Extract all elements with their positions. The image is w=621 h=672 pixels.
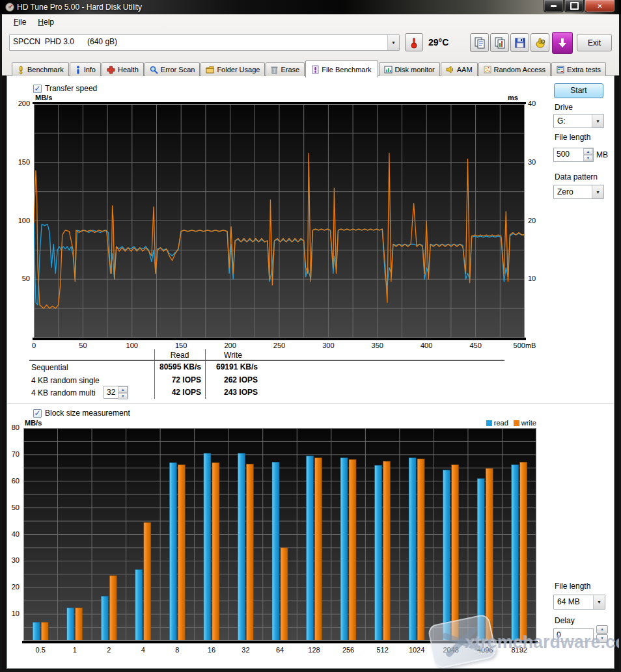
info-icon xyxy=(75,66,81,74)
checkmark-icon: ✓ xyxy=(34,409,40,418)
minimize-button[interactable] xyxy=(544,0,564,12)
tab-label: Error Scan xyxy=(161,66,195,74)
spin-up-icon[interactable]: ▲ xyxy=(583,148,593,155)
tab-info[interactable]: Info xyxy=(70,62,101,76)
magnifier-icon xyxy=(150,66,158,74)
queue-depth-value: 32 xyxy=(104,386,118,398)
app-window: HD Tune Pro 5.00 - Hard Disk Utility ✕ F… xyxy=(0,0,621,672)
options-button[interactable] xyxy=(531,33,549,52)
x-category-label: 2 xyxy=(93,646,124,654)
block-size-label: Block size measurement xyxy=(45,409,130,418)
chevron-down-icon: ▼ xyxy=(592,185,603,198)
legend-write: write xyxy=(514,419,536,427)
y-left-tick: 50 xyxy=(12,275,30,282)
tab-aam[interactable]: AAM xyxy=(441,62,478,76)
tab-label: AAM xyxy=(457,66,473,74)
save-button[interactable] xyxy=(510,33,529,52)
menu-file[interactable]: File xyxy=(8,16,32,29)
tab-erase[interactable]: Erase xyxy=(266,62,305,76)
row-random-single-read: 72 IOPS xyxy=(154,375,201,384)
tab-error-scan[interactable]: Error Scan xyxy=(145,62,200,76)
start-button[interactable]: Start xyxy=(554,83,603,98)
x-category-label: 1 xyxy=(59,646,90,654)
spin-up-icon[interactable]: ▲ xyxy=(596,625,608,634)
tab-folder-usage[interactable]: Folder Usage xyxy=(200,62,265,76)
speaker-icon xyxy=(446,66,454,74)
y-tick: 10 xyxy=(3,610,20,617)
delay-spinner: ▲ ▼ xyxy=(596,625,608,643)
spin-down-icon[interactable]: ▼ xyxy=(596,634,608,643)
spin-buttons: ▲ ▼ xyxy=(583,148,593,161)
x-category-label: 4 xyxy=(128,646,159,654)
maximize-button[interactable] xyxy=(564,0,584,12)
app-icon xyxy=(5,2,15,12)
minimize-icon xyxy=(551,5,557,7)
table-divider xyxy=(205,349,206,399)
close-button[interactable]: ✕ xyxy=(585,0,615,12)
axis-band xyxy=(33,338,526,340)
x-category-label: 256 xyxy=(333,646,364,654)
file-length-label: File length xyxy=(555,133,590,142)
thermometer-icon xyxy=(410,36,418,49)
spin-down-icon[interactable]: ▼ xyxy=(118,393,128,399)
tab-label: File Benchmark xyxy=(322,66,371,74)
drive-combo[interactable]: G: ▼ xyxy=(553,114,604,128)
tab-disk-monitor[interactable]: Disk monitor xyxy=(379,62,440,76)
queue-depth-spinner[interactable]: 32 ▲ ▼ xyxy=(104,386,128,399)
drive-value: G: xyxy=(554,114,592,128)
checkmark-icon: ✓ xyxy=(34,84,40,93)
close-icon: ✕ xyxy=(597,3,602,10)
file-length2-label: File length xyxy=(555,582,590,591)
x-tick: 350 xyxy=(361,342,394,349)
copy-image-button[interactable] xyxy=(490,33,509,52)
transfer-speed-checkbox[interactable]: ✓ xyxy=(33,85,42,93)
row-random-single-write: 262 IOPS xyxy=(208,375,258,384)
x-category-label: 64 xyxy=(264,646,296,654)
x-tick: 450 xyxy=(460,342,492,349)
y-tick: 20 xyxy=(3,583,20,591)
benchmark-icon xyxy=(17,66,25,74)
y-left-tick: 100 xyxy=(12,217,30,224)
y-right-tick: 20 xyxy=(528,217,547,224)
menu-help[interactable]: Help xyxy=(32,16,60,29)
x-tick: 50 xyxy=(66,342,99,349)
axis-band xyxy=(22,641,538,643)
tab-extra-tests[interactable]: Extra tests xyxy=(551,62,606,76)
y-tick: 60 xyxy=(3,477,20,485)
y-left-tick: 200 xyxy=(12,100,30,107)
spin-up-icon[interactable]: ▲ xyxy=(118,386,128,393)
file-length-value: 500 xyxy=(554,148,583,161)
file-length2-combo[interactable]: 64 MB ▼ xyxy=(553,595,605,610)
file-length-spinner[interactable]: 500 ▲ ▼ xyxy=(553,148,594,162)
block-size-chart xyxy=(23,428,536,641)
menu-bar: File Help xyxy=(2,14,619,30)
maximize-icon xyxy=(570,2,579,10)
tab-random-access[interactable]: Random Access xyxy=(478,62,551,76)
window-title: HD Tune Pro 5.00 - Hard Disk Utility xyxy=(17,3,142,12)
file-length2-value: 64 MB xyxy=(554,595,593,609)
chevron-down-icon: ▼ xyxy=(387,35,399,50)
spin-buttons: ▲ ▼ xyxy=(118,386,128,398)
update-button[interactable] xyxy=(552,32,573,54)
folder-icon xyxy=(206,66,214,74)
copy-text-button[interactable] xyxy=(470,33,489,52)
row-random-multi-write: 243 IOPS xyxy=(208,388,258,397)
drive-label: Drive xyxy=(555,103,573,112)
trash-icon xyxy=(271,66,278,74)
delay-input[interactable]: 0 xyxy=(553,628,594,642)
x-category-label: 32 xyxy=(230,646,261,654)
spin-down-icon[interactable]: ▼ xyxy=(583,155,593,161)
tab-benchmark[interactable]: Benchmark xyxy=(12,62,69,76)
block-size-checkbox[interactable]: ✓ xyxy=(33,409,42,418)
x-tick: 200 xyxy=(214,342,247,349)
drive-select-combo[interactable]: SPCCN PHD 3.0 (640 gB) ▼ xyxy=(9,34,400,51)
temperature-button[interactable] xyxy=(405,33,423,51)
x-category-label: 1024 xyxy=(401,646,432,654)
legend-read: read xyxy=(486,419,508,427)
x-tick: 250 xyxy=(263,342,296,349)
tab-health[interactable]: Health xyxy=(102,62,144,76)
exit-button[interactable]: Exit xyxy=(577,34,612,51)
data-pattern-combo[interactable]: Zero ▼ xyxy=(553,185,604,199)
tab-file-benchmark[interactable]: File Benchmark xyxy=(305,60,378,77)
x-tick: 500mB xyxy=(508,342,541,349)
